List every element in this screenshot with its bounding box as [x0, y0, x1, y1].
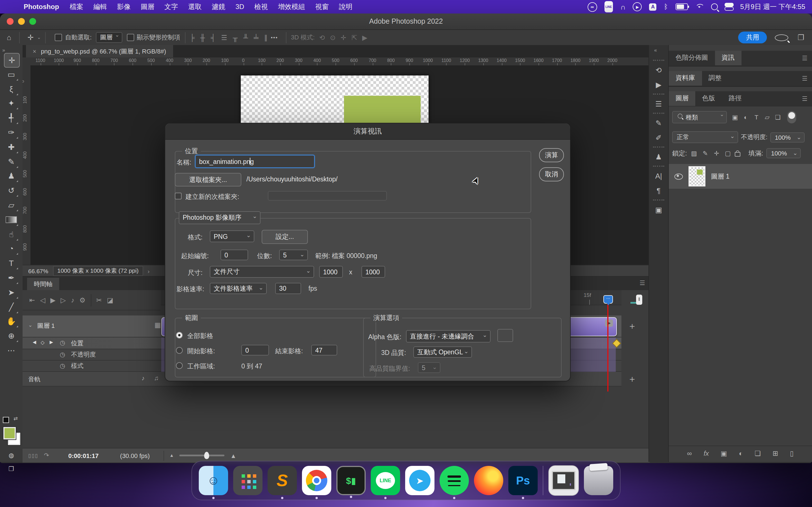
- all-frames-radio[interactable]: [176, 332, 183, 339]
- prev-keyframe-icon[interactable]: ◀: [33, 340, 36, 345]
- delete-layer-button[interactable]: ▯: [790, 450, 794, 457]
- audio-mute-icon[interactable]: ♪: [142, 375, 145, 381]
- type-tool[interactable]: T: [4, 256, 18, 270]
- healing-brush-tool[interactable]: ✚: [4, 140, 18, 154]
- character-panel-button[interactable]: A|: [652, 170, 665, 182]
- paragraph-panel-button[interactable]: ¶: [652, 185, 665, 197]
- dock-item-minimized-window[interactable]: [548, 465, 579, 496]
- sequence-type-dropdown[interactable]: Photoshop 影像順序: [179, 211, 260, 224]
- vertical-ruler[interactable]: 0100200300400500600700800900: [22, 65, 31, 265]
- align-icon-0[interactable]: ╞: [190, 34, 195, 41]
- fps-input[interactable]: 30: [275, 283, 301, 294]
- document-tab[interactable]: × png_to_webp.psd @ 66.7% (圖層 1, RGB/8#): [26, 45, 173, 57]
- blend-mode-dropdown[interactable]: 正常: [672, 131, 738, 143]
- dock-item-line[interactable]: LINE: [371, 466, 400, 495]
- layer-filter-icon-0[interactable]: ▣: [730, 114, 740, 121]
- brush-settings-panel-button[interactable]: ✎: [652, 117, 665, 129]
- split-clip-button[interactable]: ✂: [96, 296, 102, 304]
- gradient-tool[interactable]: [4, 213, 18, 226]
- lock-icon-3[interactable]: ▢: [724, 150, 731, 157]
- pen-tool[interactable]: ✒: [4, 271, 18, 284]
- transition-button[interactable]: ◪: [107, 296, 113, 304]
- zoom-out-timeline-icon[interactable]: ▲: [169, 453, 174, 458]
- default-colors-icon[interactable]: [3, 417, 9, 423]
- lock-all-icon[interactable]: [735, 152, 741, 157]
- align-icon-6[interactable]: ╧: [254, 34, 259, 41]
- app-menu[interactable]: Photoshop: [24, 3, 59, 11]
- add-layer-mask-button[interactable]: ▣: [721, 450, 727, 457]
- timeline-menu-icon[interactable]: ☰: [640, 279, 645, 287]
- layer-row[interactable]: 圖層 1: [669, 164, 812, 189]
- cancel-button[interactable]: 取消: [539, 167, 564, 181]
- crop-tool[interactable]: ╃: [4, 111, 18, 124]
- align-icon-2[interactable]: ╡: [211, 34, 215, 41]
- align-icon-7[interactable]: ∥: [264, 34, 267, 41]
- show-transform-controls-checkbox[interactable]: [126, 34, 134, 41]
- menu-item-濾鏡[interactable]: 濾鏡: [207, 3, 231, 10]
- dock-item-firefox[interactable]: [474, 466, 503, 495]
- layer-visibility-icon[interactable]: [674, 173, 683, 179]
- timeline-zoom-slider[interactable]: [180, 455, 225, 456]
- menu-item-影像[interactable]: 影像: [112, 3, 136, 10]
- swap-colors-icon[interactable]: ⇄: [13, 416, 18, 421]
- wifi-icon[interactable]: [695, 4, 703, 10]
- mode3d-icon-4[interactable]: ▶: [362, 34, 367, 41]
- dock-item-sublime-text[interactable]: S: [267, 466, 297, 495]
- layer-filter-icon-3[interactable]: ▱: [762, 114, 772, 121]
- panels-collapse-icon[interactable]: «: [654, 47, 657, 53]
- adjustment-layer-button[interactable]: ◐: [739, 450, 743, 457]
- quality-3d-dropdown[interactable]: 互動式 OpenGL: [413, 346, 472, 358]
- alpha-dropdown[interactable]: 直接進行 - 未邊緣調合: [406, 330, 491, 342]
- panel-tab-資料庫[interactable]: 資料庫: [669, 71, 702, 86]
- lock-icon-0[interactable]: ▨: [690, 150, 698, 157]
- history-brush-tool[interactable]: ↺: [4, 184, 18, 197]
- zoom-tool[interactable]: ⊕: [4, 329, 18, 342]
- frame-rate-dropdown[interactable]: 文件影格速率: [210, 283, 267, 294]
- panel-tab-資訊[interactable]: 資訊: [715, 51, 741, 65]
- ptabs2-menu-icon[interactable]: ☰: [802, 75, 808, 82]
- lock-icon-2[interactable]: ✛: [713, 150, 720, 157]
- dock-item-chrome[interactable]: [302, 466, 331, 495]
- select-folder-button[interactable]: 選取檔案夾...: [175, 173, 241, 186]
- digits-dropdown[interactable]: 5: [279, 249, 308, 260]
- clone-stamp-tool[interactable]: ♟: [4, 169, 18, 183]
- share-button[interactable]: 共用: [739, 32, 767, 43]
- opacity-dropdown[interactable]: 100%: [770, 132, 805, 142]
- frame-view-icon[interactable]: ▯▯▯: [28, 453, 38, 458]
- lasso-tool[interactable]: ξ: [4, 82, 18, 96]
- panel-tab-色版[interactable]: 色版: [695, 91, 722, 106]
- dock-item-spotify[interactable]: [440, 466, 469, 495]
- timeline-tab[interactable]: 時間軸: [27, 278, 59, 290]
- actions-panel-button[interactable]: ▶: [652, 79, 665, 91]
- dock-item-terminal[interactable]: $▮: [336, 466, 366, 495]
- status-chevron-icon[interactable]: ›: [148, 267, 150, 274]
- align-icon-4[interactable]: ╥: [233, 34, 238, 41]
- dodge-tool[interactable]: ◔: [4, 242, 18, 256]
- filmstrip-icon[interactable]: ▦: [154, 321, 161, 329]
- toolbar-expand-icon[interactable]: »: [2, 47, 5, 53]
- mode3d-icon-3[interactable]: ⇱: [351, 34, 357, 41]
- render-button[interactable]: 演算: [539, 148, 564, 162]
- layer-filter-icon-1[interactable]: ◐: [741, 114, 751, 121]
- flipbook-icon[interactable]: ↷: [44, 452, 49, 459]
- rectangular-marquee-tool[interactable]: ▭: [4, 68, 18, 81]
- start-number-input[interactable]: 0: [220, 249, 248, 260]
- brushes-panel-button[interactable]: ✐: [652, 132, 665, 144]
- battery-icon[interactable]: [675, 3, 688, 10]
- menu-item-選取[interactable]: 選取: [183, 3, 207, 10]
- dock-item-launchpad[interactable]: [233, 466, 262, 495]
- ptabs1-menu-icon[interactable]: ☰: [802, 55, 808, 62]
- panel-tab-圖層[interactable]: 圖層: [669, 91, 695, 106]
- spotlight-search-icon[interactable]: [711, 3, 718, 10]
- eraser-tool[interactable]: ▱: [4, 198, 18, 212]
- filter-toggle-switch[interactable]: [787, 111, 796, 123]
- work-area-end-handle[interactable]: ‖: [636, 295, 642, 305]
- menu-item-圖層[interactable]: 圖層: [136, 3, 159, 10]
- link-layers-button[interactable]: ∞: [687, 450, 692, 457]
- dock-item-finder[interactable]: ☺: [199, 466, 228, 495]
- go-to-first-frame-button[interactable]: ⇤: [29, 296, 35, 304]
- play-button[interactable]: ▶: [50, 296, 56, 304]
- video-track-label[interactable]: 圖層 1: [37, 322, 55, 330]
- timeline-settings-button[interactable]: ⚙: [80, 296, 86, 304]
- screen-mode-button[interactable]: ❐: [4, 462, 18, 475]
